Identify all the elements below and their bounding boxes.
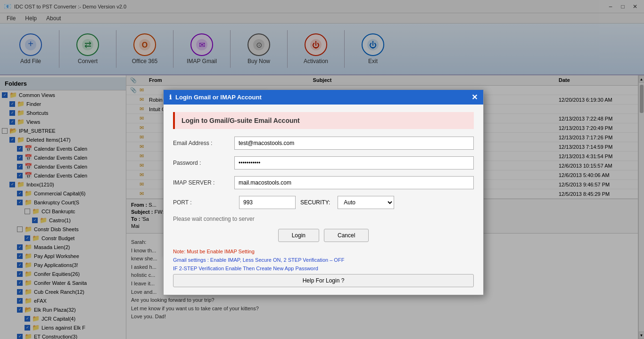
security-select[interactable]: Auto SSL TLS None [338,196,394,209]
modal-title-text: Login Gmail or IMAP Account [175,94,262,101]
modal-body: Login to Gmail/G-suite Email Account Ema… [164,105,483,295]
note2: Gmail settings : Enable IMAP, Less Secur… [173,257,474,263]
email-input[interactable] [234,137,474,150]
modal-title-left: ℹ Login Gmail or IMAP Account [169,94,262,101]
note3: IF 2-STEP Verification Enable Then Creat… [173,266,474,271]
password-form-row: Password : [173,156,474,170]
imap-server-label: IMAP SERVER : [173,179,234,186]
modal-titlebar: ℹ Login Gmail or IMAP Account ✕ [164,90,483,105]
login-button[interactable]: Login [278,229,319,242]
cancel-button[interactable]: Cancel [324,229,369,242]
modal-buttons: Login Cancel [173,229,474,242]
password-input[interactable] [234,156,474,170]
modal-login-title: Login to Gmail/G-suite Email Account [173,112,474,129]
email-label: Email Address : [173,140,234,146]
modal-title-icon: ℹ [169,94,172,101]
modal-close-button[interactable]: ✕ [471,93,478,102]
status-text: Please wait connecting to server [173,216,474,222]
password-label: Password : [173,160,234,166]
port-label: PORT : [173,199,234,206]
port-security-row: PORT : SECURITY: Auto SSL TLS None [173,196,474,209]
port-input[interactable] [239,196,296,209]
email-form-row: Email Address : [173,137,474,150]
security-label: SECURITY: [300,199,330,206]
login-modal: ℹ Login Gmail or IMAP Account ✕ Login to… [163,89,484,295]
help-login-button[interactable]: Help For Login ? [173,274,474,287]
imap-server-form-row: IMAP SERVER : [173,176,474,189]
note1: Note: Must be Enable IMAP Setting [173,249,474,254]
imap-server-input[interactable] [234,176,474,189]
